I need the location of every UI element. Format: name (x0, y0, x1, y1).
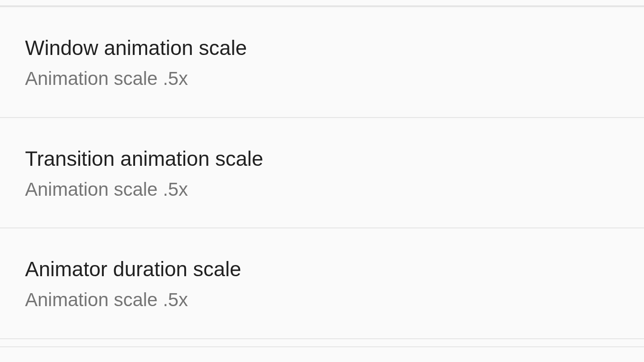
settings-item-title: Transition animation scale (25, 147, 619, 171)
settings-item-title: Window animation scale (25, 36, 619, 60)
settings-list: Window animation scale Animation scale .… (0, 0, 644, 347)
settings-item-title: Animator duration scale (25, 257, 619, 282)
settings-item-subtitle: Animation scale .5x (25, 289, 619, 311)
divider (0, 346, 644, 347)
settings-item-subtitle: Animation scale .5x (25, 67, 619, 90)
settings-item-transition-animation-scale[interactable]: Transition animation scale Animation sca… (0, 118, 644, 229)
settings-item-subtitle: Animation scale .5x (25, 178, 619, 201)
settings-item-animator-duration-scale[interactable]: Animator duration scale Animation scale … (0, 228, 644, 339)
settings-item-window-animation-scale[interactable]: Window animation scale Animation scale .… (0, 7, 644, 118)
